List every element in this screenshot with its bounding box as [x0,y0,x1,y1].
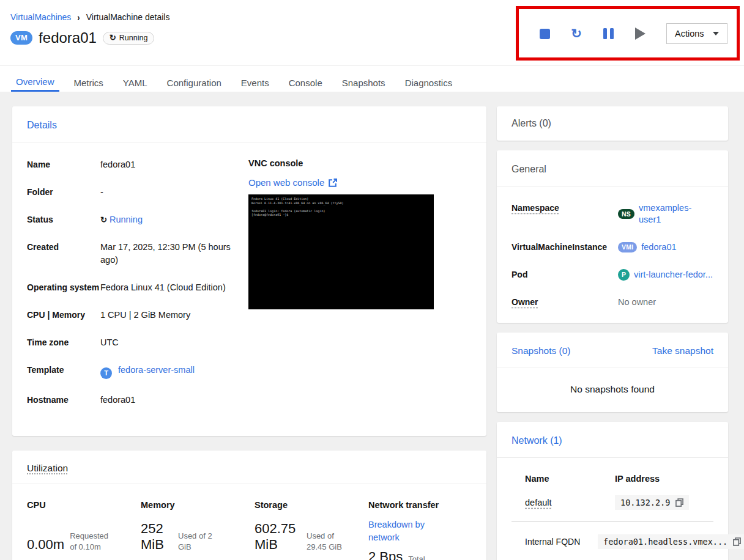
detail-row-created: Created Mar 17, 2025, 12:30 PM (5 hours … [27,241,248,267]
tab-console[interactable]: Console [284,66,327,92]
tab-events[interactable]: Events [236,66,274,92]
vm-action-toolbar: ↻ Actions [539,23,727,44]
storage-caption: Used of 29.45 GiB [307,531,352,553]
actions-dropdown-button[interactable]: Actions [666,23,727,44]
page-title: fedora01 [39,29,97,46]
vmi-label: VirtualMachineInstance [511,241,618,253]
detail-row-hostname: Hostname fedora01 [27,394,248,407]
play-icon [635,28,645,40]
namespace-link[interactable]: vmexamples-user1 [639,202,713,226]
tab-bar: Overview Metrics YAML Configuration Even… [0,65,744,92]
tab-configuration[interactable]: Configuration [162,66,226,92]
tab-yaml[interactable]: YAML [118,66,152,92]
restart-icon: ↻ [571,27,582,40]
take-snapshot-link[interactable]: Take snapshot [652,345,713,356]
details-card: Details Name fedora01 Folder - Status [12,106,486,436]
pod-link[interactable]: virt-launcher-fedor... [634,269,713,281]
cpu-title: CPU [27,500,141,510]
sync-icon: ↻ [110,34,116,42]
namespace-label: Namespace [511,203,559,213]
general-row-pod: Pod P virt-launcher-fedor... [511,269,713,281]
detail-row-folder: Folder - [27,186,248,199]
status-running-link[interactable]: Running [110,215,143,224]
detail-value: Fedora Linux 41 (Cloud Edition) [100,281,241,294]
alerts-card[interactable]: Alerts (0) [497,106,728,141]
pod-label: Pod [511,269,618,281]
vnc-console-heading: VNC console [248,158,472,168]
network-row-divider [511,521,713,522]
pause-icon [603,28,614,39]
detail-row-os: Operating system Fedora Linux 41 (Cloud … [27,281,248,294]
copy-icon [675,498,683,507]
tab-snapshots[interactable]: Snapshots [337,66,390,92]
template-link[interactable]: fedora-server-small [118,365,195,375]
breadcrumb-virtualmachines-link[interactable]: VirtualMachines [10,12,71,22]
tab-metrics[interactable]: Metrics [69,66,108,92]
alerts-heading: Alerts (0) [511,118,551,128]
detail-label: Operating system [27,281,100,294]
owner-label: Owner [511,297,538,307]
pause-vm-button[interactable] [603,28,614,39]
snapshots-card: Snapshots (0) Take snapshot No snapshots… [497,333,728,412]
caret-down-icon [713,32,719,35]
detail-row-template: Template T fedora-server-small [27,364,248,379]
overview-content: Details Name fedora01 Folder - Status [0,92,744,560]
utilization-storage: Storage 602.75 MiB Used of 29.45 GiB [255,500,368,560]
network-table-row: default 10.132.2.9 [511,495,713,510]
status-badge[interactable]: ↻ Running [103,32,154,45]
network-transfer-title: Network transfer [368,500,482,510]
stop-icon [540,29,550,39]
status-badge-label: Running [119,34,148,42]
network-table-header: Name IP address [511,474,713,484]
details-heading-link[interactable]: Details [27,120,57,130]
breadcrumb-current: VirtualMachine details [86,12,170,22]
left-column: Details Name fedora01 Folder - Status [12,106,486,560]
memory-caption: Used of 2 GiB [178,531,216,553]
open-web-console-link[interactable]: Open web console [248,177,324,188]
cpu-value: 0.00m [27,537,64,553]
vnc-console-thumbnail[interactable]: Fedora Linux 41 (Cloud Edition) Kernel 6… [248,194,434,309]
detail-label: Created [27,241,100,267]
detail-label: Status [27,213,100,226]
breakdown-by-network-link[interactable]: Breakdown by network [368,518,437,544]
vmi-link[interactable]: fedora01 [641,241,676,253]
snapshots-heading-link[interactable]: Snapshots (0) [511,345,571,356]
utilization-network: Network transfer Breakdown by network 2 … [368,500,482,560]
start-vm-button[interactable] [634,28,645,39]
detail-label: Name [27,158,100,171]
owner-value: No owner [618,297,656,308]
general-row-owner: Owner No owner [511,297,713,308]
detail-value: 1 CPU | 2 GiB Memory [100,309,241,322]
internal-fqdn-label: Internal FQDN [525,537,598,547]
detail-label: CPU | Memory [27,309,100,322]
network-col-name: Name [525,474,615,484]
general-row-vmi: VirtualMachineInstance VMI fedora01 [511,241,713,253]
copy-ip-button[interactable] [675,498,683,507]
copy-icon [733,537,741,546]
detail-value: UTC [100,336,241,349]
tab-overview[interactable]: Overview [11,66,59,92]
template-badge-icon: T [100,367,112,379]
stop-vm-button[interactable] [539,28,550,39]
network-transfer-caption: Total [408,554,425,560]
copy-fqdn-button[interactable] [733,537,741,546]
actions-dropdown-label: Actions [675,29,704,39]
sync-icon: ↻ [100,215,107,224]
detail-label: Folder [27,186,100,199]
utilization-cpu: CPU 0.00m Requested of 0.10m [27,500,141,560]
restart-vm-button[interactable]: ↻ [571,28,582,39]
internal-fqdn-chip: fedora01.headless.vmex... [598,534,744,549]
ip-address-value: 10.132.2.9 [620,498,670,507]
utilization-memory: Memory 252 MiB Used of 2 GiB [141,500,255,560]
tab-diagnostics[interactable]: Diagnostics [400,66,458,92]
breadcrumb: VirtualMachines › VirtualMachine details [10,12,729,22]
vmi-badge-icon: VMI [618,242,637,252]
network-heading-link[interactable]: Network (1) [511,435,562,446]
namespace-badge-icon: NS [618,209,634,219]
no-snapshots-message: No snapshots found [497,367,728,412]
details-description-list: Name fedora01 Folder - Status ↻ Running [27,158,248,421]
detail-row-cpu-memory: CPU | Memory 1 CPU | 2 GiB Memory [27,309,248,322]
network-col-ip: IP address [615,474,660,484]
cpu-requested-caption: Requested of 0.10m [70,531,109,553]
general-row-namespace: Namespace NS vmexamples-user1 [511,202,713,226]
